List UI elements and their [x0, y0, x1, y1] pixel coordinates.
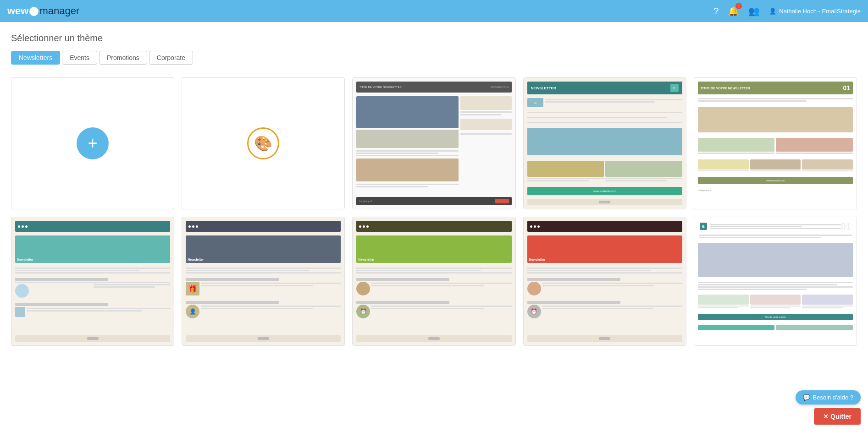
tab-corporate[interactable]: Corporate — [149, 51, 193, 65]
modern-green-newsletter-card[interactable]: TITRE DE VOTRE NEWSLETTER 01 — [694, 77, 857, 209]
palette-icon: 🎨 — [247, 127, 279, 159]
logo-wew: wew — [7, 5, 28, 16]
template-grid-row1: + 🎨 TITRE DE VOTRE NEWSLETTER ABONNEZ-VO… — [11, 77, 857, 209]
red-event-newsletter-card[interactable]: Newsletter — [523, 217, 686, 346]
logo-manager: manager — [39, 5, 79, 16]
winter-newsletter-card[interactable]: Newsletter 🎁 — [182, 217, 345, 346]
user-menu[interactable]: 👤 Nathalie Hoch - EmailStrategie — [769, 8, 861, 15]
green-event-preview: Newsletter — [353, 217, 515, 345]
laptop-newsletter-card[interactable]: E 01 — [694, 217, 857, 346]
help-button[interactable]: 💬 Besoin d'aide ? — [796, 390, 861, 405]
tropical-preview: NEWSLETTER E 01 — [524, 78, 686, 209]
tab-promotions[interactable]: Promotions — [99, 51, 147, 65]
chat-icon: 💬 — [803, 394, 810, 401]
tropical-newsletter-card[interactable]: NEWSLETTER E 01 — [523, 77, 686, 209]
main-content: Sélectionner un thème Newsletters Events… — [0, 22, 868, 432]
users-icon[interactable]: 👥 — [748, 5, 760, 16]
tab-events[interactable]: Events — [62, 51, 97, 65]
add-template-card[interactable]: + — [11, 77, 174, 209]
user-avatar-icon: 👤 — [769, 8, 776, 15]
user-name: Nathalie Hoch - EmailStrategie — [779, 8, 861, 15]
template-grid-row2: Newsletter — [11, 217, 857, 346]
palette-template-card[interactable]: 🎨 — [182, 77, 345, 209]
notification-icon[interactable]: 🔔 1 — [728, 5, 739, 16]
quit-button[interactable]: ✕ Quitter — [814, 408, 861, 425]
notification-badge: 1 — [735, 3, 742, 9]
tab-newsletters[interactable]: Newsletters — [11, 51, 60, 65]
page-title: Sélectionner un thème — [11, 33, 857, 44]
city-header-date: ABONNEZ-VOUS — [491, 86, 509, 88]
laptop-preview: E 01 — [694, 217, 857, 345]
header-actions: ? 🔔 1 👥 👤 Nathalie Hoch - EmailStrategie — [713, 5, 861, 16]
modern-green-preview: TITRE DE VOTRE NEWSLETTER 01 — [694, 78, 857, 209]
add-icon: + — [77, 127, 109, 159]
logo-dot-circle — [29, 7, 39, 16]
winter-preview: Newsletter 🎁 — [182, 217, 344, 345]
help-label: Besoin d'aide ? — [813, 394, 854, 401]
city-header: TITRE DE VOTRE NEWSLETTER ABONNEZ-VOUS — [356, 82, 511, 93]
city-newsletter-card[interactable]: TITRE DE VOTRE NEWSLETTER ABONNEZ-VOUS — [352, 77, 515, 209]
green-event-newsletter-card[interactable]: Newsletter — [352, 217, 515, 346]
city-header-text: TITRE DE VOTRE NEWSLETTER — [359, 86, 488, 88]
help-icon[interactable]: ? — [713, 6, 719, 16]
summer-preview: Newsletter — [11, 217, 174, 345]
app-header: wewmanager ? 🔔 1 👥 👤 Nathalie Hoch - Ema… — [0, 0, 868, 22]
summer-newsletter-card[interactable]: Newsletter — [11, 217, 174, 346]
red-event-preview: Newsletter — [524, 217, 686, 345]
city-preview: TITRE DE VOTRE NEWSLETTER ABONNEZ-VOUS — [353, 78, 515, 209]
app-logo: wewmanager — [7, 5, 79, 17]
tab-bar: Newsletters Events Promotions Corporate — [11, 51, 857, 65]
